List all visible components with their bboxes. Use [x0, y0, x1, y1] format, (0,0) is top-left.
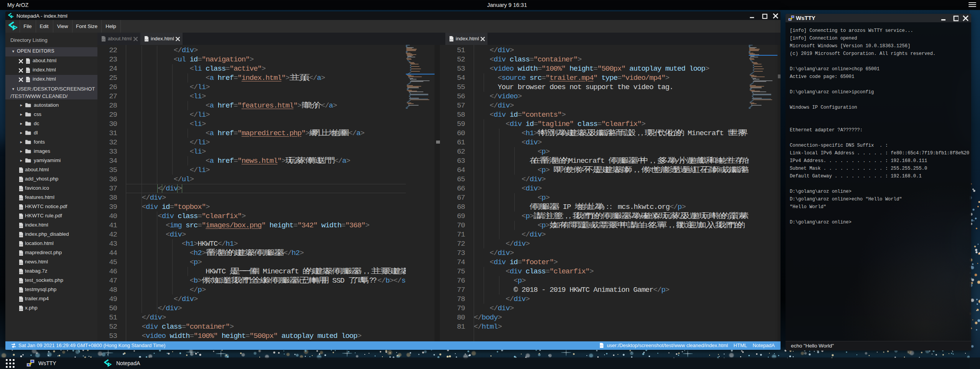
- svg-text:<>: <>: [600, 344, 603, 347]
